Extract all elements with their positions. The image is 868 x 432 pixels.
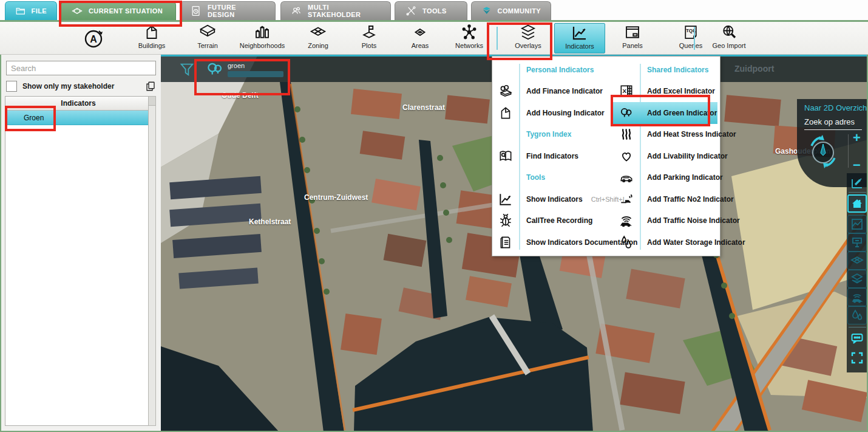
address-search-field[interactable]: Zoek op adres bbox=[804, 117, 862, 130]
car-icon bbox=[613, 170, 640, 185]
layers-icon[interactable] bbox=[847, 270, 867, 288]
plots-icon bbox=[360, 23, 378, 41]
tab-bar: FILE CURRENT SITUATION FUTURE DESIGN MUL… bbox=[0, 0, 868, 20]
home-view-icon[interactable] bbox=[847, 194, 867, 213]
tools-icon bbox=[405, 5, 417, 17]
menu-item-add-water-storage-indicator[interactable]: Add Water Storage Indicator bbox=[613, 231, 717, 253]
overlay-chart-icon[interactable] bbox=[847, 215, 867, 233]
traffic-noise-tool-icon[interactable] bbox=[847, 288, 867, 306]
filter-funnel-icon[interactable] bbox=[178, 61, 196, 78]
indicator-list-header: Indicators bbox=[5, 97, 151, 111]
menu-item-add-parking-indicator[interactable]: Add Parking Indicator bbox=[613, 167, 717, 189]
ribbon-item-panels[interactable]: Panels bbox=[607, 23, 658, 53]
ribbon-item-plots[interactable]: Plots bbox=[344, 23, 395, 53]
sidebar-scrollbar[interactable] bbox=[148, 96, 156, 426]
tab-tools[interactable]: TOOLS bbox=[395, 1, 467, 20]
ribbon-item-indicators[interactable]: Indicators bbox=[554, 23, 605, 53]
menu-item-show-indicators[interactable]: Show Indicators Ctrl+Shift+I bbox=[492, 188, 613, 210]
ribbon-item-overlays[interactable]: Overlays bbox=[503, 23, 554, 53]
compass-rotate-control[interactable] bbox=[804, 132, 842, 170]
menu-item-add-heat-stress-indicator[interactable]: Add Heat Stress Indicator bbox=[613, 124, 717, 146]
indicator-list: Indicators Groen bbox=[5, 96, 152, 426]
menu-header-shared: Shared Indicators bbox=[613, 59, 717, 81]
find-indicators-icon bbox=[492, 148, 519, 164]
stakeholder-filter-row: Show only my stakeholder bbox=[6, 80, 156, 92]
heat-waves-icon bbox=[613, 126, 640, 142]
menu-item-add-housing-indicator[interactable]: Add Housing Indicator bbox=[492, 102, 613, 124]
geo-import-icon bbox=[720, 23, 738, 41]
ribbon-item-terrain[interactable]: Terrain bbox=[182, 23, 233, 53]
menu-item-show-indicators-documentation[interactable]: Show Indicators Documentation bbox=[492, 231, 613, 253]
water-tool-icon[interactable] bbox=[847, 306, 867, 324]
folder-icon bbox=[15, 5, 26, 17]
green-trees-icon bbox=[613, 105, 640, 121]
search-input[interactable] bbox=[6, 61, 156, 75]
indicators-icon bbox=[571, 24, 589, 42]
people-icon bbox=[291, 5, 302, 17]
tab-future-design[interactable]: FUTURE DESIGN bbox=[180, 1, 276, 20]
green-trees-icon bbox=[205, 59, 225, 80]
ribbon-item-areas[interactable]: Areas bbox=[395, 23, 446, 53]
ribbon-item-geo-import[interactable]: Geo Import bbox=[700, 23, 758, 53]
clock-page-icon bbox=[190, 5, 202, 17]
heart-icon bbox=[613, 148, 640, 164]
ribbon-item-zoning[interactable]: Zoning bbox=[293, 23, 344, 53]
zoning-icon bbox=[309, 23, 327, 41]
stakeholder-checkbox[interactable] bbox=[6, 81, 17, 92]
water-drops-icon bbox=[613, 235, 640, 250]
toolbar-divider bbox=[849, 192, 866, 193]
buildings-icon bbox=[143, 23, 161, 41]
tab-community[interactable]: COMMUNITY bbox=[471, 1, 551, 20]
map-label-oude-delft: Oude Delft bbox=[222, 91, 259, 100]
zoning-tool-icon[interactable] bbox=[847, 252, 867, 270]
ribbon-divider-2 bbox=[694, 27, 695, 50]
ribbon-item-networks[interactable]: Networks bbox=[444, 23, 495, 53]
ribbon-item-neighborhoods[interactable]: Neighborhoods bbox=[237, 23, 288, 53]
overlays-icon bbox=[519, 23, 537, 41]
excel-icon: X bbox=[613, 83, 640, 99]
recalculate-icon[interactable]: A bbox=[81, 26, 106, 51]
tab-multi-stakeholder[interactable]: MULTI STAKEHOLDER bbox=[280, 1, 391, 20]
menu-header-tools: Tools bbox=[492, 167, 613, 189]
map-label-centrum-zuidwest: Centrum-Zuidwest bbox=[304, 193, 368, 202]
zoom-in-button[interactable]: + bbox=[853, 132, 861, 143]
zoom-divider bbox=[848, 134, 849, 168]
map-label-clarenstraat: Clarenstraat bbox=[402, 103, 445, 112]
neighborhoods-icon bbox=[253, 23, 271, 41]
queries-icon: TQL bbox=[682, 23, 700, 41]
menu-item-add-green-indicator[interactable]: Add Green Indicator bbox=[613, 102, 717, 124]
fullscreen-icon[interactable] bbox=[847, 349, 867, 367]
menu-item-add-finance-indicator[interactable]: Add Finance Indicator bbox=[492, 81, 613, 103]
menu-item-calltree-recording[interactable]: CallTree Recording bbox=[492, 210, 613, 232]
tab-current-situation[interactable]: CURRENT SITUATION bbox=[61, 1, 176, 20]
map-icon bbox=[71, 5, 83, 17]
list-item-groen[interactable]: Groen bbox=[5, 111, 151, 125]
stakeholder-label: Show only my stakeholder bbox=[22, 82, 145, 91]
menu-item-add-traffic-noise-indicator[interactable]: Add Traffic Noise Indicator bbox=[613, 210, 717, 232]
documentation-icon bbox=[492, 235, 519, 250]
menu-item-find-indicators[interactable]: Find Indicators bbox=[492, 145, 613, 167]
chat-icon[interactable] bbox=[847, 329, 867, 348]
car-noise-icon bbox=[613, 213, 640, 228]
measure-indicator-icon[interactable] bbox=[847, 174, 867, 192]
svg-text:X: X bbox=[622, 88, 626, 95]
ribbon-divider bbox=[497, 27, 498, 50]
exhaust-icon bbox=[613, 191, 640, 207]
ribbon-item-buildings[interactable]: Buildings bbox=[126, 23, 177, 53]
networks-icon bbox=[460, 23, 478, 41]
menu-item-add-excel-indicator[interactable]: X Add Excel Indicator bbox=[613, 81, 717, 103]
to-2d-overview-button[interactable]: Naar 2D Overzicht bbox=[797, 99, 868, 112]
tab-file[interactable]: FILE bbox=[5, 1, 57, 20]
copy-icon[interactable] bbox=[145, 81, 156, 92]
indicators-dropdown-menu: Personal Indicators Add Finance Indicato… bbox=[492, 56, 721, 256]
menu-header-personal: Personal Indicators bbox=[492, 59, 613, 81]
sign-icon[interactable] bbox=[847, 233, 867, 252]
menu-item-add-traffic-no2-indicator[interactable]: Add Traffic No2 Indicator bbox=[613, 188, 717, 210]
menu-item-add-livability-indicator[interactable]: Add Livability Indicator bbox=[613, 145, 717, 167]
indicator-sidebar: Show only my stakeholder Indicators Groe… bbox=[0, 55, 161, 432]
map-label-kethelstraat: Kethelstraat bbox=[249, 218, 291, 226]
groen-indicator-chip[interactable]: groen bbox=[205, 59, 283, 80]
community-logo-icon bbox=[481, 5, 492, 17]
zoom-out-button[interactable]: − bbox=[853, 160, 861, 171]
chip-label: groen bbox=[228, 62, 283, 69]
